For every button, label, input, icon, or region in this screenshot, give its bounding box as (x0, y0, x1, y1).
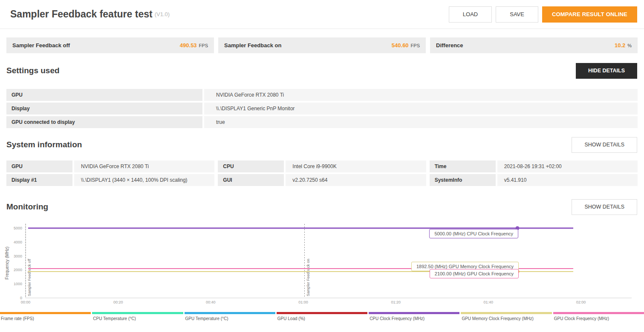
chart-canvas: Frequency (MHz) Sampler Feedback off Sam… (0, 219, 644, 325)
save-button[interactable]: SAVE (496, 6, 538, 23)
system-label: Display #1 (6, 174, 72, 186)
settings-section-header: Settings used HIDE DETAILS (0, 61, 644, 80)
legend-item[interactable]: Frame rate (FPS) (0, 312, 91, 321)
table-row: Display \\.\DISPLAY1 Generic PnP Monitor (6, 103, 638, 114)
system-label: Time (430, 160, 496, 172)
table-row: GUI v2.20.7250 s64 (218, 174, 426, 186)
setting-label: GPU (6, 89, 202, 101)
legend-color-bar (369, 312, 459, 314)
table-row: Time 2021-08-26 19:31 +02:00 (430, 160, 638, 172)
marker-label-feedback-on: Sampler Feedback on (306, 259, 310, 296)
table-row: CPU Intel Core i9-9900K (218, 160, 426, 172)
marker-label-feedback-off: Sampler Feedback off (27, 259, 32, 296)
table-row: SystemInfo v5.41.910 (430, 174, 638, 186)
system-section-header: System information SHOW DETAILS (0, 135, 644, 155)
tooltip-gpu-clock: 2100.00 (MHz) GPU Clock Frequency (430, 269, 519, 278)
result-value: 540.60 (392, 42, 409, 49)
table-row: Display #1 \\.\DISPLAY1 (3440 × 1440, 10… (6, 174, 214, 186)
legend-label: Frame rate (FPS) (0, 316, 91, 321)
legend-color-bar (277, 312, 367, 314)
setting-label: Display (6, 103, 202, 114)
settings-heading: Settings used (6, 66, 60, 75)
legend-item[interactable]: CPU Clock Frequency (MHz) (369, 312, 459, 321)
monitoring-chart[interactable]: Frequency (MHz) Sampler Feedback off Sam… (0, 219, 644, 325)
system-label: GUI (218, 174, 284, 186)
legend-color-bar (185, 312, 275, 314)
compare-result-online-button[interactable]: COMPARE RESULT ONLINE (542, 6, 637, 23)
system-value: v5.41.910 (497, 174, 638, 186)
system-info-table: GPU NVIDIA GeForce RTX 2080 Ti Display #… (6, 160, 638, 188)
version-label: (V1.0) (155, 11, 170, 17)
x-tick-label: 01:40 (484, 300, 494, 304)
system-value: NVIDIA GeForce RTX 2080 Ti (74, 160, 214, 172)
system-label: GPU (6, 160, 72, 172)
setting-value: NVIDIA GeForce RTX 2080 Ti (204, 89, 638, 101)
legend-item[interactable]: GPU Load (%) (277, 312, 367, 321)
hide-details-button[interactable]: HIDE DETAILS (576, 63, 637, 79)
legend-label: GPU Load (%) (277, 316, 367, 321)
legend-item[interactable]: CPU Temperature (°C) (92, 312, 183, 321)
x-tick-label: 00:00 (21, 300, 31, 304)
page-title: Sampler Feedback feature test (10, 9, 153, 20)
legend-label: GPU Temperature (°C) (185, 316, 275, 321)
legend-label: GPU Clock Frequency (MHz) (553, 316, 644, 321)
result-label: Sampler Feedback on (224, 42, 281, 49)
y-tick-label: 0 (20, 296, 22, 300)
result-label: Difference (436, 42, 463, 49)
setting-label: GPU connected to display (6, 116, 202, 128)
results-row: Sampler Feedback off 490.53FPS Sampler F… (6, 37, 638, 53)
system-label: SystemInfo (430, 174, 496, 186)
system-label: CPU (218, 160, 284, 172)
tooltip-cpu-clock: 5000.00 (MHz) CPU Clock Frequency (429, 229, 518, 238)
monitoring-section-header: Monitoring SHOW DETAILS (0, 197, 644, 217)
setting-value: \\.\DISPLAY1 Generic PnP Monitor (204, 103, 638, 114)
x-tick-label: 01:20 (391, 300, 401, 304)
result-difference: Difference 10.2% (430, 37, 638, 53)
setting-value: true (204, 116, 638, 128)
result-value: 490.53 (180, 42, 197, 49)
x-tick-label: 00:40 (206, 300, 216, 304)
system-column: Time 2021-08-26 19:31 +02:00 SystemInfo … (430, 160, 638, 188)
legend-label: CPU Temperature (°C) (92, 316, 183, 321)
header-buttons: LOAD SAVE COMPARE RESULT ONLINE (449, 6, 637, 23)
result-value: 10.2 (615, 42, 625, 49)
chart-legend: Frame rate (FPS)CPU Temperature (°C)GPU … (0, 312, 644, 321)
legend-color-bar (0, 312, 91, 314)
settings-table: GPU NVIDIA GeForce RTX 2080 Ti Display \… (6, 89, 638, 128)
table-row: GPU connected to display true (6, 116, 638, 128)
result-unit: % (627, 43, 632, 48)
system-value: v2.20.7250 s64 (286, 174, 426, 186)
system-value: Intel Core i9-9900K (286, 160, 426, 172)
legend-item[interactable]: GPU Temperature (°C) (185, 312, 275, 321)
legend-label: CPU Clock Frequency (MHz) (369, 316, 459, 321)
legend-color-bar (553, 312, 644, 314)
system-show-details-button[interactable]: SHOW DETAILS (572, 137, 637, 153)
system-value: \\.\DISPLAY1 (3440 × 1440, 100% DPI scal… (74, 174, 214, 186)
system-column: CPU Intel Core i9-9900K GUI v2.20.7250 s… (218, 160, 426, 188)
x-tick-label: 00:20 (113, 300, 123, 304)
legend-item[interactable]: GPU Clock Frequency (MHz) (553, 312, 644, 321)
system-column: GPU NVIDIA GeForce RTX 2080 Ti Display #… (6, 160, 214, 188)
y-tick-label: 5000 (14, 226, 22, 230)
legend-item[interactable]: GPU Memory Clock Frequency (MHz) (461, 312, 552, 321)
x-tick-label: 02:00 (576, 300, 586, 304)
app-header: Sampler Feedback feature test (V1.0) LOA… (0, 0, 644, 29)
result-feedback-on: Sampler Feedback on 540.60FPS (218, 37, 426, 53)
monitoring-show-details-button[interactable]: SHOW DETAILS (572, 199, 637, 215)
legend-color-bar (461, 312, 552, 314)
load-button[interactable]: LOAD (449, 6, 492, 23)
x-tick-label: 01:00 (298, 300, 308, 304)
result-label: Sampler Feedback off (12, 42, 70, 49)
legend-label: GPU Memory Clock Frequency (MHz) (461, 316, 552, 321)
result-feedback-off: Sampler Feedback off 490.53FPS (6, 37, 214, 53)
result-unit: FPS (199, 43, 208, 48)
system-heading: System information (6, 140, 82, 149)
y-axis-label: Frequency (MHz) (5, 246, 9, 279)
legend-color-bar (92, 312, 183, 314)
table-row: GPU NVIDIA GeForce RTX 2080 Ti (6, 160, 214, 172)
y-tick-label: 3000 (14, 254, 22, 258)
y-tick-label: 4000 (14, 240, 22, 244)
monitoring-heading: Monitoring (6, 202, 48, 212)
system-value: 2021-08-26 19:31 +02:00 (497, 160, 638, 172)
y-tick-label: 1000 (14, 282, 22, 286)
